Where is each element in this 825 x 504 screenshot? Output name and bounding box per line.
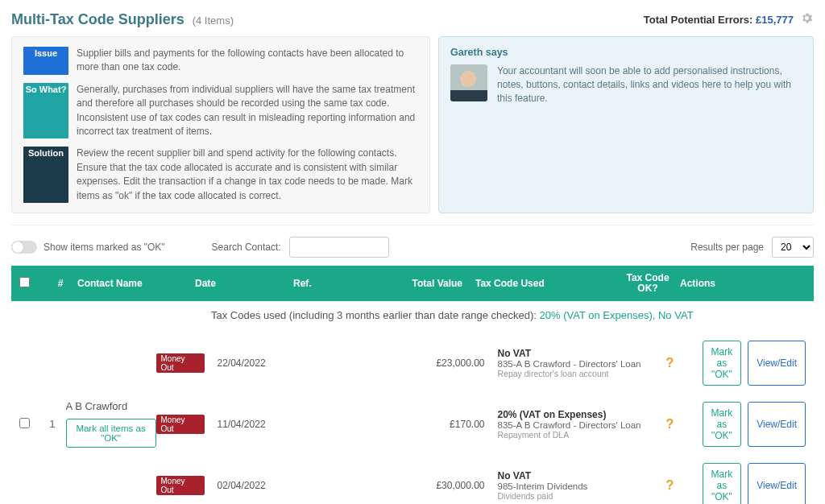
avatar [450, 64, 487, 101]
group-summary: Tax Codes used (including 3 months earli… [11, 301, 814, 328]
question-icon: ? [646, 478, 694, 493]
rpp-select[interactable]: 20 [772, 237, 814, 258]
mark-ok-button[interactable]: Mark as "OK" [703, 463, 742, 504]
issue-text: Supplier bills and payments for the foll… [77, 47, 418, 75]
solution-badge: Solution [23, 147, 68, 203]
solution-text: Review the recent supplier bill and spen… [77, 147, 418, 203]
question-icon: ? [646, 356, 694, 370]
search-input[interactable] [289, 237, 389, 258]
th-total: Total Value [380, 278, 469, 289]
row-checkbox[interactable] [19, 418, 30, 428]
line-tax: No VAT985-Interim DividendsDividends pai… [491, 470, 646, 501]
line-tax: 20% (VAT on Expenses)835-A B Crawford - … [491, 409, 646, 440]
rpp-label: Results per page [690, 242, 764, 253]
table-group: Tax Codes used (including 3 months earli… [11, 301, 814, 504]
question-icon: ? [646, 417, 694, 432]
th-ref: Ref. [293, 278, 380, 289]
line-tax: No VAT835-A B Crawford - Directors' Loan… [491, 348, 646, 378]
th-actions: Actions [672, 278, 806, 289]
th-tax: Tax Code Used [469, 278, 624, 289]
money-out-tag: Money Out [156, 415, 205, 434]
total-errors: Total Potential Errors: £15,777 [644, 14, 794, 26]
line-date: 02/04/2022 [213, 480, 316, 491]
gareth-title: Gareth says [450, 47, 802, 58]
view-edit-button[interactable]: View/Edit [748, 463, 806, 504]
line-total: £30,000.00 [403, 480, 491, 491]
table-header: # Contact Name Date Ref. Total Value Tax… [11, 266, 814, 301]
page-header: Multi-Tax Code Suppliers (4 Items) Total… [11, 11, 814, 28]
mark-ok-button[interactable]: Mark as "OK" [703, 402, 742, 447]
table-row: Money Out22/04/2022£23,000.00No VAT835-A… [156, 333, 806, 394]
page-title: Multi-Tax Code Suppliers [11, 11, 184, 28]
sowhat-text: Generally, purchases from individual sup… [77, 83, 418, 139]
money-out-tag: Money Out [156, 353, 205, 373]
line-date: 22/04/2022 [213, 357, 316, 369]
divider [11, 225, 814, 225]
contact-name: A B Crawford [66, 400, 128, 412]
select-all-checkbox[interactable] [19, 277, 30, 287]
table-row: Money Out02/04/2022£30,000.00No VAT985-I… [156, 455, 806, 504]
th-ok: Tax Code OK? [624, 273, 672, 294]
info-card: Issue Supplier bills and payments for th… [11, 36, 430, 213]
gareth-text: Your accountant will soon be able to add… [497, 64, 802, 105]
sowhat-badge: So What? [23, 83, 68, 139]
show-ok-toggle[interactable] [11, 241, 37, 254]
view-edit-button[interactable]: View/Edit [748, 341, 806, 386]
line-total: £23,000.00 [403, 357, 491, 369]
table-row: Money Out11/04/2022£170.0020% (VAT on Ex… [156, 394, 806, 455]
mark-ok-button[interactable]: Mark as "OK" [703, 341, 742, 386]
money-out-tag: Money Out [156, 476, 205, 495]
mark-all-button[interactable]: Mark all items as "OK" [66, 419, 156, 448]
line-total: £170.00 [403, 419, 491, 430]
line-date: 11/04/2022 [213, 419, 316, 430]
gareth-card: Gareth says Your accountant will soon be… [438, 36, 814, 213]
search-label: Search Contact: [212, 242, 281, 253]
issue-badge: Issue [23, 47, 68, 75]
gear-icon[interactable] [800, 11, 814, 27]
view-edit-button[interactable]: View/Edit [748, 402, 806, 447]
th-contact: Contact Name [77, 278, 190, 289]
row-num: 1 [39, 418, 66, 430]
show-ok-label: Show items marked as "OK" [44, 242, 165, 253]
item-count: (4 Items) [193, 14, 234, 27]
contact-cell: A B CrawfordMark all items as "OK" [66, 400, 156, 448]
th-date: Date [190, 278, 293, 289]
th-num: # [44, 278, 77, 289]
